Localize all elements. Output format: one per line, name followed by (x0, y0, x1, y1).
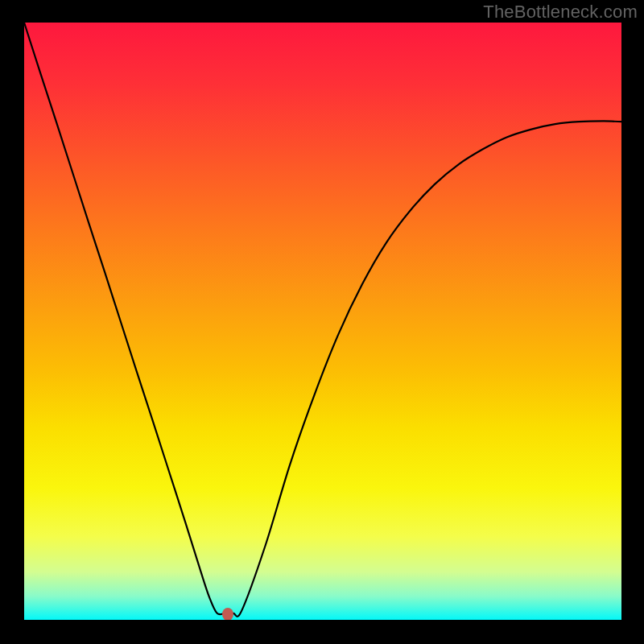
bottleneck-curve (24, 23, 621, 620)
optimum-marker (222, 608, 233, 620)
chart-frame: TheBottleneck.com (0, 0, 644, 644)
attribution-text: TheBottleneck.com (483, 2, 638, 23)
plot-area (24, 23, 621, 620)
